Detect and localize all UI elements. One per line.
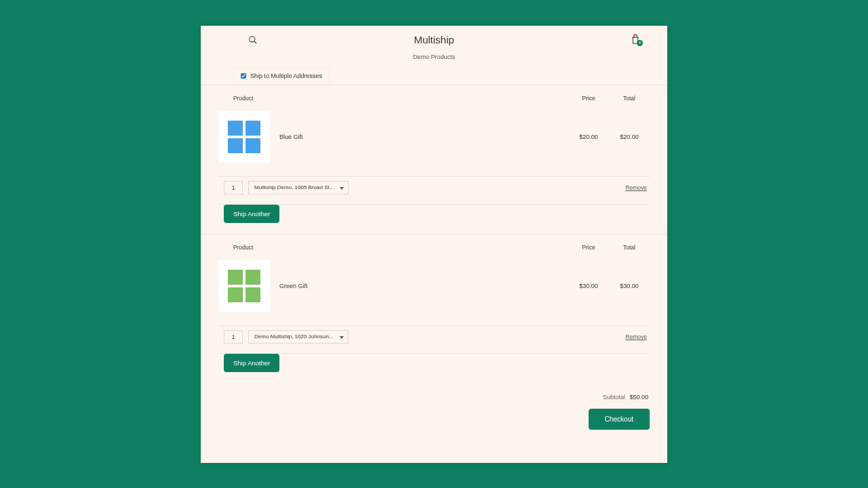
cart-item: Product Price Total Green Gift $30.00 $3…	[201, 234, 667, 383]
checkout-button[interactable]: Checkout	[589, 409, 650, 430]
product-row: Green Gift $30.00 $30.00	[218, 258, 650, 325]
subtotal-value: $50.00	[629, 394, 648, 401]
gift-icon	[228, 121, 260, 153]
ship-another-button[interactable]: Ship Another	[224, 354, 279, 372]
product-price: $20.00	[568, 134, 609, 140]
column-headings: Product Price Total	[218, 235, 650, 258]
destination-row: Multiship Demo, 1005 Broad St. 303, Vict…	[218, 177, 650, 204]
search-icon[interactable]	[248, 35, 258, 45]
address-text: Multiship Demo, 1005 Broad St. 303, Vict…	[254, 184, 336, 190]
col-product: Product	[218, 244, 568, 251]
store-title: Multiship	[213, 34, 655, 45]
ship-multiple-toggle[interactable]: Ship to Multiple Addresses	[233, 67, 330, 85]
cart-item: Product Price Total Blue Gift $20.00 $20…	[201, 85, 667, 234]
product-thumbnail[interactable]	[218, 111, 270, 163]
col-price: Price	[568, 95, 609, 102]
product-info: Green Gift	[218, 260, 568, 312]
product-info: Blue Gift	[218, 111, 568, 163]
subtotal: Subtotal $50.00	[218, 394, 648, 401]
header: Multiship 4	[201, 26, 667, 45]
product-name[interactable]: Green Gift	[279, 283, 308, 289]
subtotal-label: Subtotal	[603, 394, 625, 401]
ship-another-button[interactable]: Ship Another	[224, 205, 279, 223]
ship-multiple-checkbox[interactable]	[241, 73, 246, 79]
product-name[interactable]: Blue Gift	[279, 134, 303, 140]
product-row: Blue Gift $20.00 $20.00	[218, 108, 650, 176]
ship-multiple-label: Ship to Multiple Addresses	[250, 73, 322, 79]
cart-window: Multiship 4 Demo Products Ship to Multip…	[201, 26, 667, 463]
product-thumbnail[interactable]	[218, 260, 270, 312]
address-select[interactable]: Demo Multiship, 1020 Johnson St., Victo.…	[248, 330, 349, 344]
gift-icon	[228, 270, 260, 302]
col-total: Total	[609, 244, 650, 251]
product-total: $30.00	[609, 283, 650, 289]
quantity-input[interactable]	[224, 181, 243, 195]
col-total: Total	[609, 95, 650, 102]
quantity-input[interactable]	[224, 330, 243, 344]
product-total: $20.00	[609, 134, 650, 140]
cart-footer: Subtotal $50.00 Checkout	[201, 383, 667, 446]
remove-link[interactable]: Remove	[625, 333, 650, 340]
cart-icon[interactable]: 4	[631, 34, 640, 45]
column-headings: Product Price Total	[218, 85, 650, 108]
svg-line-1	[254, 41, 257, 43]
col-price: Price	[568, 244, 609, 251]
nav-link-demo-products[interactable]: Demo Products	[201, 54, 667, 60]
product-price: $30.00	[568, 283, 609, 289]
cart-count-badge: 4	[637, 40, 643, 46]
address-text: Demo Multiship, 1020 Johnson St., Victo.…	[254, 333, 336, 340]
col-product: Product	[218, 95, 568, 102]
destination-row: Demo Multiship, 1020 Johnson St., Victo.…	[218, 326, 650, 353]
remove-link[interactable]: Remove	[625, 184, 650, 191]
address-select[interactable]: Multiship Demo, 1005 Broad St. 303, Vict…	[248, 181, 349, 195]
svg-point-0	[250, 36, 255, 41]
